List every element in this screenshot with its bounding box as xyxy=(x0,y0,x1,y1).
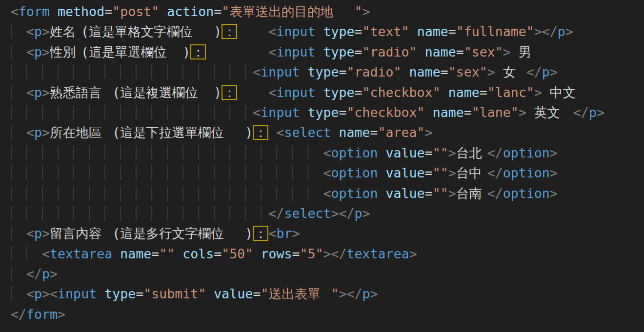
indent-guides xyxy=(11,286,26,301)
code-token-eq: = xyxy=(339,105,346,120)
code-line[interactable]: <p>性別(這是單選欄位)： <input type="radio" name=… xyxy=(11,42,644,62)
indent-guides xyxy=(11,165,323,180)
code-token-sp xyxy=(206,286,214,301)
code-token-cjk: 熟悉語言 xyxy=(50,82,112,102)
code-token-eq: = xyxy=(370,125,378,140)
code-token-str: "submit" xyxy=(143,286,206,301)
code-token-str: "radio" xyxy=(347,64,402,79)
code-token-br: < xyxy=(26,44,34,59)
code-token-str: " xyxy=(221,4,229,19)
code-line[interactable]: </p> xyxy=(11,264,644,284)
code-token-attr: value xyxy=(214,286,253,301)
code-token-attr: type xyxy=(307,105,339,120)
editor-code-area[interactable]: <form method="post" action="表單送出的目的地"> <… xyxy=(0,0,644,332)
code-token-eq: = xyxy=(104,4,112,19)
code-token-eq: = xyxy=(425,165,433,180)
unicode-highlight-colon-box: ： xyxy=(190,44,206,59)
indent-guides xyxy=(11,206,268,221)
code-token-eq: = xyxy=(480,85,487,100)
code-token-attr: method xyxy=(58,4,104,19)
indent-guides xyxy=(11,105,253,120)
code-token-attr: name xyxy=(417,24,448,39)
code-line[interactable]: <input type="checkbox" name="lane"> 英文 <… xyxy=(11,102,644,122)
code-line[interactable]: </select></p> xyxy=(11,203,644,223)
code-token-br: </ xyxy=(347,286,362,301)
code-line[interactable]: <input type="radio" name="sex"> 女 </p> xyxy=(11,62,644,82)
code-token-sp xyxy=(300,64,307,79)
code-token-br: </ xyxy=(573,105,589,120)
code-token-br: > xyxy=(339,286,347,301)
code-token-br: < xyxy=(26,85,34,100)
code-token-sp xyxy=(268,125,276,140)
code-token-sp xyxy=(97,286,104,301)
code-token-attr: value xyxy=(386,165,425,180)
code-token-sp xyxy=(315,44,323,59)
code-token-str: " xyxy=(355,4,362,19)
code-token-attr: name xyxy=(339,125,370,140)
code-token-sp xyxy=(417,44,425,59)
code-token-br: > xyxy=(425,125,433,140)
code-line[interactable]: <p>姓名(這是單格文字欄位)： <input type="text" name… xyxy=(11,21,644,41)
code-token-br: </ xyxy=(339,206,354,221)
code-line[interactable]: <p><input type="submit" value="送出表單"></p… xyxy=(11,284,644,304)
code-token-br: </ xyxy=(487,145,503,160)
code-token-txt: ) xyxy=(214,85,221,100)
code-token-str: "checkbox" xyxy=(362,85,441,100)
code-token-eq: = xyxy=(425,145,433,160)
code-token-attr: name xyxy=(448,85,480,100)
code-token-str: "post" xyxy=(112,4,159,19)
code-token-br: < xyxy=(268,24,276,39)
code-token-sp xyxy=(315,24,323,39)
code-token-br: < xyxy=(253,64,261,79)
code-token-br: > xyxy=(50,266,58,281)
indent-guides xyxy=(11,186,323,201)
code-line[interactable]: <option value="">台南</option> xyxy=(11,183,644,203)
indent-guides xyxy=(11,226,26,241)
code-token-tag: option xyxy=(503,145,550,160)
code-token-cjk: 這是單格文字欄位 xyxy=(89,21,214,41)
code-line[interactable]: <p>留言內容(這是多行文字欄位)：<br> xyxy=(11,223,644,243)
code-line[interactable]: <form method="post" action="表單送出的目的地"> xyxy=(11,1,644,21)
code-line[interactable]: <p>熟悉語言(這是複選欄位)： <input type="checkbox" … xyxy=(11,82,644,102)
code-token-tag: p xyxy=(34,44,42,59)
code-token-br: > xyxy=(58,307,65,322)
code-token-str: "" xyxy=(433,165,448,180)
code-token-cjk: 女 xyxy=(503,62,519,82)
code-token-br: > xyxy=(42,44,50,59)
code-token-str: "" xyxy=(159,246,175,261)
code-token-sp xyxy=(253,246,261,261)
code-line[interactable]: <option value="">台北</option> xyxy=(11,143,644,163)
code-token-sp xyxy=(402,64,409,79)
code-line[interactable]: <p>所在地區(這是下拉選單欄位)： <select name="area"> xyxy=(11,122,644,142)
code-token-br: < xyxy=(50,286,58,301)
code-token-sp xyxy=(378,186,386,201)
code-token-txt: ) xyxy=(245,125,253,140)
code-token-eq: = xyxy=(253,286,261,301)
code-token-sp xyxy=(315,85,323,100)
code-token-tag: input xyxy=(261,105,300,120)
code-token-eq: = xyxy=(355,85,362,100)
code-token-tag: p xyxy=(34,286,42,301)
code-token-tag: p xyxy=(42,266,50,281)
code-token-cjk: 男 xyxy=(519,42,534,62)
code-token-attr: name xyxy=(425,44,456,59)
code-token-br: > xyxy=(550,165,558,180)
code-token-str: "5" xyxy=(300,246,323,261)
code-line[interactable]: <option value="">台中</option> xyxy=(11,163,644,183)
code-token-eq: = xyxy=(214,246,221,261)
code-token-attr: cols xyxy=(182,246,214,261)
code-token-txt: ) xyxy=(182,44,190,59)
code-token-sp xyxy=(511,44,519,59)
code-token-txt: ( xyxy=(112,226,120,241)
code-token-br: </ xyxy=(26,266,42,281)
code-token-br: < xyxy=(253,105,261,120)
code-token-br: > xyxy=(42,226,50,241)
code-token-str: " xyxy=(261,286,268,301)
code-line[interactable]: <textarea name="" cols="50" rows="5"></t… xyxy=(11,244,644,264)
code-token-eq: = xyxy=(464,105,472,120)
code-token-attr: value xyxy=(386,145,425,160)
code-token-br: > xyxy=(519,105,526,120)
code-token-br: </ xyxy=(331,246,347,261)
code-token-txt: ( xyxy=(81,24,89,39)
code-line[interactable]: </form> xyxy=(11,304,644,324)
